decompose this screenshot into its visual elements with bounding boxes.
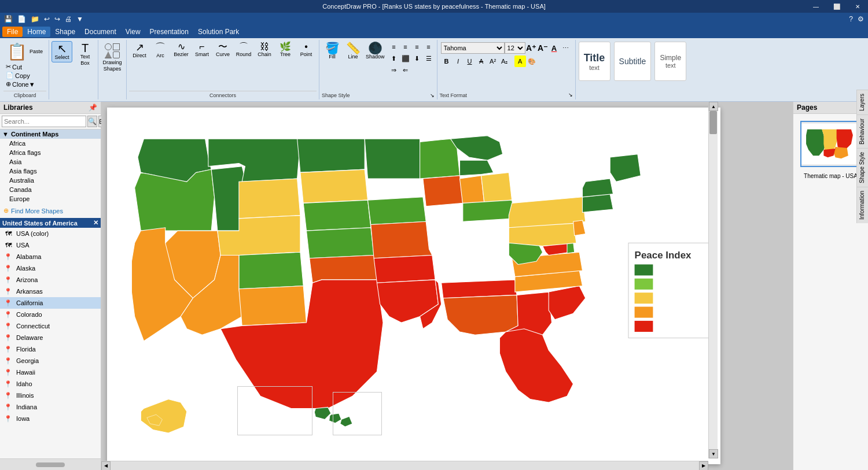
qat-help[interactable]: ? xyxy=(847,14,855,24)
strikethrough-btn[interactable]: A xyxy=(476,55,487,67)
vertical-scrollbar[interactable]: ▲ ▼ xyxy=(708,102,718,458)
state-usa-color[interactable]: 🗺 USA (color) xyxy=(0,228,101,239)
qat-redo[interactable]: ↪ xyxy=(53,14,62,24)
drawing-canvas[interactable]: Peace Index xyxy=(107,108,720,464)
subscript-btn[interactable]: A₂ xyxy=(499,55,510,67)
list-btn[interactable]: ☰ xyxy=(423,53,435,64)
state-usa[interactable]: 🗺 USA xyxy=(0,239,101,251)
qat-open[interactable]: 📁 xyxy=(29,14,41,24)
align-left-btn[interactable]: ≡ xyxy=(388,41,400,53)
menu-view[interactable]: View xyxy=(121,27,145,37)
align-bot-btn[interactable]: ⬇ xyxy=(411,53,423,64)
search-button[interactable]: 🔍 xyxy=(87,116,97,127)
continent-maps-header[interactable]: ▼ Continent Maps xyxy=(0,129,101,139)
menu-presentation[interactable]: Presentation xyxy=(145,27,193,37)
menu-file[interactable]: File xyxy=(2,27,23,37)
qat-dropdown[interactable]: ▼ xyxy=(75,14,85,24)
state-illinois[interactable]: 📍 Illinois xyxy=(0,390,101,401)
increase-font-btn[interactable]: A⁺ xyxy=(525,42,537,54)
lib-asia-flags[interactable]: Asia flags xyxy=(0,166,101,176)
text-box-button[interactable]: T TextBox xyxy=(75,41,95,68)
minimize-button[interactable]: — xyxy=(806,0,826,13)
horizontal-scrollbar[interactable]: ◀ ▶ xyxy=(101,461,708,470)
tab-layers[interactable]: Layers xyxy=(857,90,868,114)
round-button[interactable]: ⌒ Round xyxy=(233,41,254,59)
lib-canada[interactable]: Canada xyxy=(0,185,101,194)
font-color-btn[interactable]: A xyxy=(549,42,560,54)
scroll-track[interactable] xyxy=(709,111,718,449)
outdent-btn[interactable]: ⇐ xyxy=(400,64,411,76)
align-top-btn[interactable]: ⬆ xyxy=(388,53,400,64)
state-idaho[interactable]: 📍 Idaho xyxy=(0,378,101,390)
state-indiana[interactable]: 📍 Indiana xyxy=(0,401,101,413)
smart-button[interactable]: ⌐ Smart xyxy=(192,41,212,59)
qat-new[interactable]: 📄 xyxy=(16,14,28,24)
qat-print[interactable]: 🖨 xyxy=(63,14,73,24)
lib-africa-flags[interactable]: Africa flags xyxy=(0,148,101,157)
superscript-btn[interactable]: A² xyxy=(487,55,499,67)
menu-document[interactable]: Document xyxy=(80,27,121,37)
align-justify-btn[interactable]: ≡ xyxy=(423,41,435,53)
sidebar-pin[interactable]: 📌 xyxy=(89,103,97,112)
state-alabama[interactable]: 📍 Alabama xyxy=(0,251,101,262)
tab-behaviour[interactable]: Behaviour xyxy=(857,114,868,148)
scroll-thumb[interactable] xyxy=(709,111,717,134)
clone-button[interactable]: ⊕ Clone ▼ xyxy=(3,80,38,88)
indent-btn[interactable]: ⇒ xyxy=(388,64,400,76)
tab-information[interactable]: Information xyxy=(857,187,868,223)
color2-btn[interactable]: 🎨 xyxy=(526,55,538,67)
font-select[interactable]: Tahoma xyxy=(441,42,505,54)
curve-button[interactable]: 〜 Curve xyxy=(212,41,233,59)
more-font-btn[interactable]: ⋯ xyxy=(560,42,572,54)
italic-btn[interactable]: I xyxy=(453,55,464,67)
page-thumbnail[interactable] xyxy=(800,121,861,167)
qat-undo[interactable]: ↩ xyxy=(42,14,52,24)
text-format-expand[interactable]: ↘ xyxy=(568,92,573,98)
arc-button[interactable]: ⌒ Arc xyxy=(150,41,171,60)
lib-australia[interactable]: Australia xyxy=(0,176,101,185)
fill-button[interactable]: 🪣 Fill xyxy=(322,41,343,61)
decrease-font-btn[interactable]: A⁻ xyxy=(537,42,549,54)
state-arkansas[interactable]: 📍 Arkansas xyxy=(0,286,101,297)
maximize-button[interactable]: ⬜ xyxy=(826,0,847,13)
state-connecticut[interactable]: 📍 Connecticut xyxy=(0,320,101,332)
cut-button[interactable]: ✂ Cut xyxy=(3,62,24,71)
state-california[interactable]: 📍 California xyxy=(0,297,101,309)
state-colorado[interactable]: 📍 Colorado xyxy=(0,309,101,320)
state-georgia[interactable]: 📍 Georgia xyxy=(0,355,101,367)
menu-shape[interactable]: Shape xyxy=(50,27,80,37)
scroll-down-btn[interactable]: ▼ xyxy=(709,449,718,458)
shape-style-expand[interactable]: ↘ xyxy=(430,92,435,98)
align-mid-btn[interactable]: ⬛ xyxy=(400,53,411,64)
bezier-button[interactable]: ∿ Bezier xyxy=(171,41,192,59)
scroll-up-btn[interactable]: ▲ xyxy=(709,102,718,111)
state-arizona[interactable]: 📍 Arizona xyxy=(0,274,101,286)
bold-btn[interactable]: B xyxy=(441,55,453,67)
point-button[interactable]: • Point xyxy=(296,41,317,59)
lib-asia[interactable]: Asia xyxy=(0,157,101,166)
lib-africa[interactable]: Africa xyxy=(0,139,101,148)
usa-section-close[interactable]: ✕ xyxy=(93,219,98,227)
tree-button[interactable]: 🌿 Tree xyxy=(275,41,296,59)
subtitle-btn[interactable]: Subtitle xyxy=(614,42,652,81)
scroll-right-btn[interactable]: ▶ xyxy=(699,461,708,471)
lib-europe[interactable]: Europe xyxy=(0,194,101,203)
line-button[interactable]: 📏 Line xyxy=(343,41,363,61)
state-delaware[interactable]: 📍 Delaware xyxy=(0,332,101,343)
qat-save[interactable]: 💾 xyxy=(2,14,14,24)
canvas-area[interactable]: ▲ ▼ xyxy=(101,102,793,470)
drawing-shapes-button[interactable]: DrawingShapes xyxy=(101,41,124,76)
state-alaska[interactable]: 📍 Alaska xyxy=(0,262,101,274)
underline-btn[interactable]: U xyxy=(464,55,476,67)
state-hawaii[interactable]: 📍 Hawaii xyxy=(0,367,101,378)
menu-home[interactable]: Home xyxy=(23,27,50,37)
select-button[interactable]: ↖ Select xyxy=(52,41,72,62)
state-iowa[interactable]: 📍 Iowa xyxy=(0,413,101,424)
copy-button[interactable]: 📄 Copy xyxy=(3,71,32,80)
library-search-input[interactable] xyxy=(2,116,86,127)
close-button[interactable]: ✕ xyxy=(847,0,868,13)
scroll-left-btn[interactable]: ◀ xyxy=(101,461,111,471)
highlight-btn[interactable]: A xyxy=(514,55,526,67)
title-text-btn[interactable]: Title text xyxy=(579,42,610,81)
tab-shape-style[interactable]: Shape Style xyxy=(857,148,868,187)
